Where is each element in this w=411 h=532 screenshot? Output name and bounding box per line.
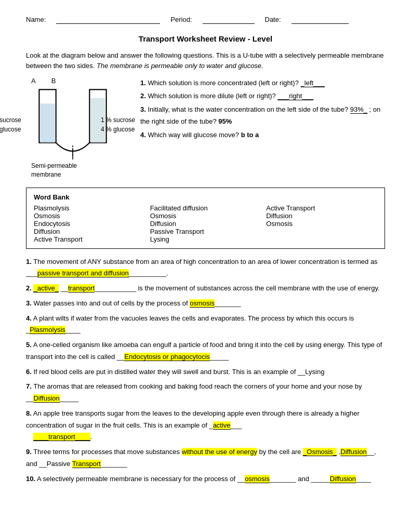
q10-answer2: Diffusion [330,475,356,483]
dq2-text: Which solution is more dilute (left or r… [148,92,277,100]
q9-answer3: Passive [47,460,71,468]
wb-item: Facilitated diffusion [150,204,261,212]
label-b: B [51,77,56,85]
semi-label-2: membrane [31,170,130,179]
q9-answer1: _Osmosis_ [303,448,337,456]
svg-rect-2 [41,103,55,142]
diagram-area: A B 6 % sucrose 1 % glucose [26,77,130,179]
question-4: 4. A plant wilts if water from the vacuo… [26,313,385,337]
date-line [291,16,349,24]
q9-answer4: Transport [72,460,101,468]
label-a: A [31,77,36,85]
name-label: Name: [26,16,46,24]
question-1: 1. The movement of ANY substance from an… [26,256,385,280]
question-8: 8. An apple tree transports sugar from t… [26,408,385,443]
q3-answer: osmosis [190,299,215,308]
wb-item: Osmosis [150,212,261,220]
wb-item: Active Transport [34,235,145,243]
wb-item: Diffusion [34,228,145,235]
dq2-answer: ___right___ [277,92,313,100]
name-line [56,16,160,24]
question-9: 9. Three terms for processes that move s… [26,446,385,470]
wb-item: Active Transport [266,204,377,212]
question-5: 5. A one-celled organism like amoeba can… [26,339,385,363]
wb-item: Diffusion [150,220,261,228]
wb-item: Lysing [150,235,261,243]
date-label: Date: [265,16,281,24]
diagram-questions: 1. Which solution is more concentrated (… [140,77,385,142]
dq4-num: 4. [140,131,146,139]
q1-answer: passive transport and diffusion [37,269,129,277]
dq4-answer: b to a [241,131,259,139]
dq1-num: 1. [140,79,146,87]
header: Name: Period: Date: [26,16,385,24]
dq2-num: 2. [140,92,146,100]
q8-answer1: active [213,421,231,430]
period-line [203,16,255,24]
wb-item: Passive Transport [150,228,261,235]
wb-col1: Plasmolysis Osmosis Endocytosis Diffusio… [34,204,145,243]
question-3: 3. Water passes into and out of cells by… [26,298,385,310]
dq1-text: Which solution is more concentrated (lef… [148,79,300,87]
semi-label-1: Semi-permeable [31,162,130,170]
q8-answer2: ____transport____ [33,433,90,441]
q2-answer1: _active_ [33,284,58,292]
wb-item: Osmosis [266,220,377,228]
question-10: 10. A selectively permeable membrane is … [26,473,385,485]
q9-answer2: Diffusion [340,448,366,456]
intro-text: Look at the diagram below and answer the… [26,50,385,71]
dq3-num: 3. [140,105,146,113]
q5-answer: Endocytosis or phagocytocis [124,353,210,361]
dq1-answer: _left___ [301,79,325,87]
word-bank-grid: Plasmolysis Osmosis Endocytosis Diffusio… [34,204,377,243]
right-label-1: 1 % sucrose [101,115,135,125]
q2-answer2: transport [68,284,95,292]
question-6: 6. If red blood cells are put in distill… [26,366,385,378]
word-bank-title: Word Bank [34,193,377,201]
q10-answer1: osmosis [245,475,270,483]
questions-section: 1. The movement of ANY substance from an… [26,256,385,485]
period-label: Period: [170,16,192,24]
q9-highlight: without the use of energy [182,448,257,456]
left-label-1: 6 % sucrose [0,115,21,125]
dq4-text: Which way will glucose move? [148,131,241,139]
right-label-2: 4 % glucose [101,125,135,134]
diagram-section: A B 6 % sucrose 1 % glucose [26,77,385,179]
wb-col3: Active Transport Diffusion Osmosis [266,204,377,243]
wb-item: Endocytosis [34,220,145,228]
dq3-answer1: 93%_ [350,105,367,114]
page-title: Transport Worksheet Review - Level [26,34,385,43]
q4-answer: Plasmolysis [30,326,65,334]
wb-item: Osmosis [34,212,145,220]
q7-answer: Diffusion [33,394,59,403]
left-label-2: 1 % glucose [0,125,21,134]
wb-item: Plasmolysis [34,204,145,212]
dq3-text: Initially, what is the water concentrati… [148,105,350,113]
question-2: 2. _active_ __transport___________ is th… [26,283,385,295]
question-7: 7. The aromas that are released from coo… [26,381,385,405]
dq3-answer2: 95% [218,117,232,125]
wb-item: Diffusion [266,212,377,220]
wb-col2: Facilitated diffusion Osmosis Diffusion … [150,204,261,243]
word-bank: Word Bank Plasmolysis Osmosis Endocytosi… [26,188,385,249]
